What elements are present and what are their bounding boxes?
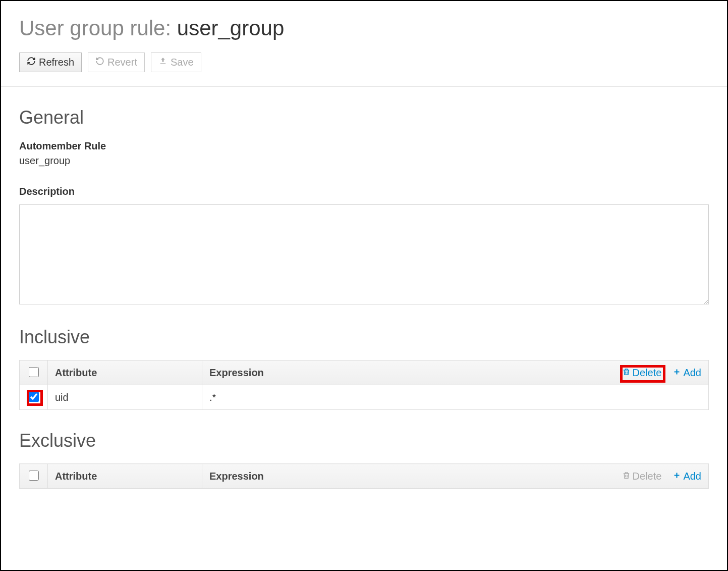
toolbar: Refresh Revert Save [19, 53, 709, 72]
page-title: User group rule: user_group [19, 16, 709, 40]
plus-icon [673, 471, 681, 482]
title-name: user_group [177, 16, 284, 40]
section-inclusive: Inclusive [19, 327, 709, 348]
revert-button[interactable]: Revert [88, 53, 145, 72]
refresh-icon [27, 57, 36, 68]
row-checkbox[interactable] [29, 392, 39, 402]
trash-icon [622, 471, 631, 482]
add-label: Add [683, 471, 701, 482]
inclusive-select-all[interactable] [29, 367, 39, 377]
col-expression: Expression [209, 471, 264, 482]
exclusive-select-all[interactable] [29, 471, 39, 481]
row-attribute: uid [48, 385, 202, 410]
divider [1, 86, 727, 87]
inclusive-add-button[interactable]: Add [673, 367, 701, 379]
automember-rule-label: Automember Rule [19, 140, 709, 152]
delete-label: Delete [633, 367, 662, 379]
section-general: General [19, 107, 709, 128]
refresh-label: Refresh [39, 57, 74, 68]
col-expression: Expression [209, 367, 264, 379]
plus-icon [673, 367, 681, 379]
exclusive-select-all-cell [20, 464, 48, 489]
exclusive-delete-button: Delete [622, 471, 662, 482]
automember-rule-value: user_group [19, 155, 709, 167]
delete-label: Delete [633, 471, 662, 482]
description-label: Description [19, 186, 709, 197]
trash-icon [622, 367, 631, 379]
table-row: uid.* [20, 385, 709, 410]
save-button[interactable]: Save [151, 53, 201, 72]
col-attribute: Attribute [48, 464, 202, 489]
description-textarea[interactable] [19, 204, 709, 304]
upload-icon [158, 57, 167, 68]
col-expression-actions: Expression Delete [202, 464, 709, 489]
revert-label: Revert [107, 57, 137, 68]
inclusive-select-all-cell [20, 360, 48, 385]
undo-icon [95, 57, 104, 68]
save-label: Save [171, 57, 194, 68]
add-label: Add [683, 367, 701, 379]
inclusive-table: Attribute Expression Delete [19, 360, 709, 410]
section-exclusive: Exclusive [19, 430, 709, 451]
col-attribute: Attribute [48, 360, 202, 385]
title-prefix: User group rule: [19, 16, 177, 40]
exclusive-table: Attribute Expression Delete [19, 463, 709, 489]
row-expression: .* [202, 385, 709, 410]
inclusive-delete-button[interactable]: Delete [622, 367, 662, 379]
refresh-button[interactable]: Refresh [19, 53, 82, 72]
exclusive-add-button[interactable]: Add [673, 471, 701, 482]
col-expression-actions: Expression Delete [202, 360, 709, 385]
